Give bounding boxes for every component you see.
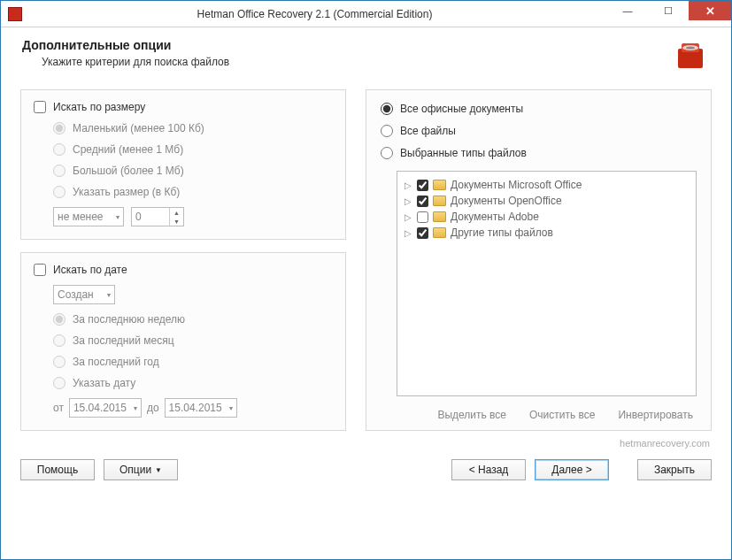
left-column: Искать по размеру Маленький (менее 100 К… <box>20 89 346 431</box>
right-column: Все офисные документы Все файлы Выбранны… <box>366 89 712 431</box>
radio-selected-types-input[interactable] <box>381 147 393 159</box>
brand-link[interactable]: hetmanrecovery.com <box>1 431 731 449</box>
date-mode-select[interactable]: Создан ▾ <box>53 285 115 304</box>
tree-item[interactable]: ▷ Другие типы файлов <box>405 225 689 241</box>
size-checkbox-row[interactable]: Искать по размеру <box>34 101 333 113</box>
filetypes-fieldset: Все офисные документы Все файлы Выбранны… <box>366 89 712 431</box>
folder-icon <box>433 196 446 206</box>
filetypes-tree[interactable]: ▷ Документы Microsoft Office ▷ Документы… <box>397 171 697 396</box>
invert-link[interactable]: Инвертировать <box>618 409 693 421</box>
date-radio-year[interactable]: За последний год <box>53 356 333 368</box>
header-icon <box>674 38 710 73</box>
tree-item-label: Другие типы файлов <box>451 226 553 239</box>
date-fieldset: Искать по дате Создан ▾ За последнюю нед… <box>20 252 346 431</box>
folder-icon <box>433 227 446 238</box>
options-button[interactable]: Опции▼ <box>104 459 178 480</box>
clear-all-link[interactable]: Очистить все <box>529 409 595 421</box>
chevron-down-icon: ▾ <box>116 213 119 221</box>
select-all-link[interactable]: Выделить все <box>437 409 506 421</box>
tree-actions: Выделить все Очистить все Инвертировать <box>381 403 697 421</box>
tree-item[interactable]: ▷ Документы OpenOffice <box>405 193 689 209</box>
size-radio-small[interactable]: Маленький (менее 100 Кб) <box>53 122 333 134</box>
size-checkbox-label: Искать по размеру <box>53 101 145 113</box>
tree-checkbox[interactable] <box>417 196 428 207</box>
date-to-label: до <box>147 402 159 414</box>
date-radio-week[interactable]: За последнюю неделю <box>53 313 333 326</box>
spin-up-icon[interactable]: ▲ <box>169 208 183 217</box>
size-radio-custom[interactable]: Указать размер (в Кб) <box>53 186 333 198</box>
chevron-down-icon: ▾ <box>134 404 137 412</box>
page-subtitle: Укажите критерии для поиска файлов <box>42 56 674 68</box>
chevron-down-icon: ▼ <box>155 466 162 474</box>
tree-checkbox[interactable] <box>417 180 428 191</box>
radio-custom-date[interactable] <box>53 377 65 389</box>
radio-medium[interactable] <box>53 143 65 156</box>
tree-item-label: Документы Adobe <box>451 211 539 223</box>
size-fieldset: Искать по размеру Маленький (менее 100 К… <box>20 89 346 240</box>
page-header: Дополнительные опции Укажите критерии дл… <box>1 27 731 86</box>
date-checkbox-label: Искать по дате <box>53 264 127 276</box>
help-button[interactable]: Помощь <box>20 459 95 480</box>
radio-year[interactable] <box>53 356 65 368</box>
radio-all-files-input[interactable] <box>381 125 393 137</box>
next-button[interactable]: Далее > <box>535 459 609 480</box>
chevron-down-icon: ▾ <box>229 404 233 412</box>
folder-icon <box>433 180 446 190</box>
size-condition-select[interactable]: не менее ▾ <box>53 207 124 226</box>
radio-selected-types[interactable]: Выбранные типы файлов <box>381 147 697 159</box>
radio-all-files[interactable]: Все файлы <box>381 125 697 137</box>
window-controls: — ☐ ✕ <box>607 1 731 27</box>
window-title: Hetman Office Recovery 2.1 (Commercial E… <box>22 8 607 20</box>
radio-month[interactable] <box>53 334 65 347</box>
expand-icon[interactable]: ▷ <box>405 228 412 238</box>
tree-checkbox[interactable] <box>417 211 428 223</box>
tree-checkbox[interactable] <box>417 227 428 239</box>
size-checkbox[interactable] <box>34 101 46 113</box>
expand-icon[interactable]: ▷ <box>405 196 412 206</box>
radio-custom-size[interactable] <box>53 186 65 198</box>
radio-week[interactable] <box>53 313 65 326</box>
radio-all-office-input[interactable] <box>381 103 393 115</box>
folder-icon <box>433 211 446 222</box>
close-wizard-button[interactable]: Закрыть <box>637 459 712 480</box>
date-from-input[interactable]: 15.04.2015 ▾ <box>69 398 142 418</box>
date-radio-month[interactable]: За последний месяц <box>53 334 333 347</box>
expand-icon[interactable]: ▷ <box>405 180 412 190</box>
tree-item[interactable]: ▷ Документы Adobe <box>405 209 689 225</box>
expand-icon[interactable]: ▷ <box>405 212 412 222</box>
back-button[interactable]: < Назад <box>451 459 526 480</box>
size-radio-large[interactable]: Большой (более 1 Мб) <box>53 165 333 177</box>
radio-large[interactable] <box>53 165 65 177</box>
chevron-down-icon: ▾ <box>107 291 111 299</box>
size-value-input[interactable]: 0 ▲▼ <box>131 207 184 226</box>
page-title: Дополнительные опции <box>22 38 674 52</box>
date-radio-custom[interactable]: Указать дату <box>53 377 333 389</box>
date-checkbox[interactable] <box>34 264 46 276</box>
app-icon <box>8 7 22 21</box>
date-to-input[interactable]: 15.04.2015 ▾ <box>165 398 237 418</box>
maximize-button[interactable]: ☐ <box>648 1 689 20</box>
minimize-button[interactable]: — <box>607 1 648 20</box>
footer-bar: Помощь Опции▼ < Назад Далее > Закрыть <box>1 449 731 495</box>
date-from-label: от <box>53 402 64 414</box>
tree-item[interactable]: ▷ Документы Microsoft Office <box>405 177 689 193</box>
radio-all-office[interactable]: Все офисные документы <box>381 103 697 115</box>
tree-item-label: Документы OpenOffice <box>451 195 562 207</box>
tree-item-label: Документы Microsoft Office <box>451 179 582 191</box>
close-button[interactable]: ✕ <box>689 1 731 20</box>
content-area: Искать по размеру Маленький (менее 100 К… <box>1 86 731 431</box>
date-checkbox-row[interactable]: Искать по дате <box>34 264 333 276</box>
radio-small[interactable] <box>53 122 65 134</box>
size-radio-medium[interactable]: Средний (менее 1 Мб) <box>53 143 333 156</box>
title-bar: Hetman Office Recovery 2.1 (Commercial E… <box>1 1 731 27</box>
spin-down-icon[interactable]: ▼ <box>169 217 183 226</box>
svg-point-3 <box>686 46 695 49</box>
